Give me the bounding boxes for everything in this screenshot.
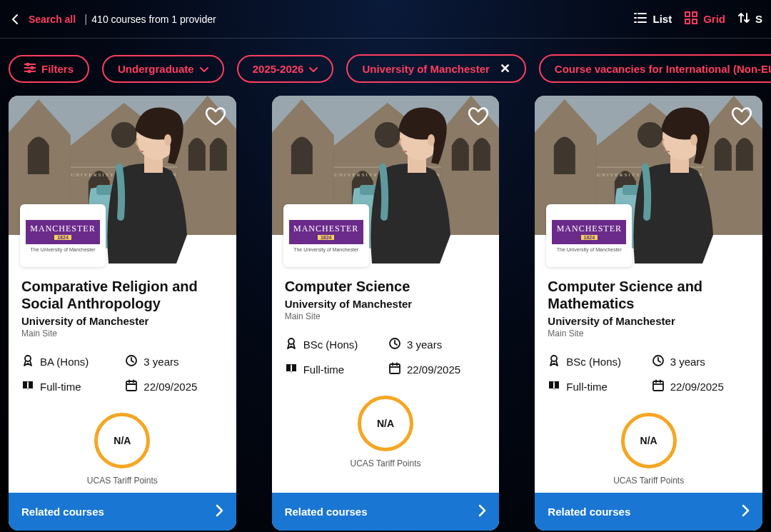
separator: | xyxy=(84,13,87,26)
course-site: Main Site xyxy=(285,311,487,321)
card-body: Comparative Religion and Social Anthropo… xyxy=(9,235,236,493)
grid-view-toggle[interactable]: Grid xyxy=(685,11,725,26)
course-site: Main Site xyxy=(21,328,223,338)
award-icon xyxy=(285,337,298,352)
filter-university[interactable]: University of Manchester ✕ xyxy=(346,54,525,83)
duration-meta: 3 years xyxy=(125,354,223,369)
filters-label: Filters xyxy=(41,63,74,75)
calendar-icon xyxy=(388,362,401,377)
course-title[interactable]: Computer Science xyxy=(285,278,487,295)
university-logo[interactable]: MANCHESTER 1824 The University of Manche… xyxy=(283,204,369,267)
ucas-points-circle: N/A xyxy=(621,413,677,468)
filter-level[interactable]: Undergraduate xyxy=(102,55,224,83)
svg-rect-7 xyxy=(692,12,697,16)
ucas-points-label: UCAS Tariff Points xyxy=(351,458,421,468)
card-hero-image: UNIVERSITY OF MANCHESTER MANCHESTER 1824 xyxy=(272,96,500,235)
svg-rect-54 xyxy=(390,364,400,373)
sort-icon xyxy=(738,12,750,26)
grid-view-label: Grid xyxy=(703,13,725,25)
logo-subtext: The University of Manchester xyxy=(557,247,622,252)
course-card[interactable]: UNIVERSITY OF MANCHESTER MANCHESTER 1824 xyxy=(535,96,762,531)
filter-vacancies[interactable]: Course vacancies for International (Non-… xyxy=(539,54,771,83)
ucas-points-label: UCAS Tariff Points xyxy=(87,476,158,486)
logo-subtext: The University of Manchester xyxy=(30,247,95,252)
course-title[interactable]: Computer Science and Mathematics xyxy=(548,278,750,312)
close-icon[interactable]: ✕ xyxy=(500,62,510,75)
chevron-down-icon xyxy=(309,63,318,75)
svg-point-73 xyxy=(551,356,557,361)
course-university: University of Manchester xyxy=(548,315,750,327)
chevron-down-icon xyxy=(200,63,208,75)
logo-text: MANCHESTER xyxy=(30,224,95,234)
svg-rect-9 xyxy=(692,19,697,24)
svg-rect-8 xyxy=(685,19,690,24)
related-courses-label: Related courses xyxy=(548,506,630,518)
search-all-link[interactable]: Search all xyxy=(29,14,76,25)
book-icon xyxy=(285,362,298,377)
course-university: University of Manchester xyxy=(21,315,223,327)
card-hero-image: UNIVERSITY OF MANCHESTER MANCHESTER 1824 xyxy=(9,96,236,235)
favorite-button[interactable] xyxy=(468,106,489,127)
filter-year-label: 2025-2026 xyxy=(253,63,304,75)
svg-point-13 xyxy=(31,66,34,69)
award-icon xyxy=(548,354,560,369)
award-meta: BSc (Hons) xyxy=(548,354,645,369)
svg-point-51 xyxy=(428,134,435,146)
list-icon xyxy=(634,12,647,26)
related-courses-label: Related courses xyxy=(285,506,368,518)
grid-icon xyxy=(685,11,697,26)
chevron-right-icon xyxy=(478,504,486,519)
award-meta: BA (Hons) xyxy=(21,354,119,369)
course-card[interactable]: UNIVERSITY OF MANCHESTER MANCHESTER 1824 xyxy=(272,96,500,531)
chevron-right-icon xyxy=(741,504,750,519)
list-view-label: List xyxy=(652,13,672,25)
related-courses-button[interactable]: Related courses xyxy=(272,493,500,531)
startdate-meta: 22/09/2025 xyxy=(125,379,223,394)
university-logo[interactable]: MANCHESTER 1824 The University of Manche… xyxy=(20,204,106,267)
ucas-points-circle: N/A xyxy=(358,396,413,451)
award-meta: BSc (Hons) xyxy=(285,337,383,352)
filters-icon xyxy=(24,63,36,75)
university-logo[interactable]: MANCHESTER 1824 The University of Manche… xyxy=(546,204,632,267)
clock-icon xyxy=(388,337,401,352)
book-icon xyxy=(21,379,34,394)
course-title[interactable]: Comparative Religion and Social Anthropo… xyxy=(21,278,223,312)
filters-row: Filters Undergraduate 2025-2026 Universi… xyxy=(0,39,771,96)
card-hero-image: UNIVERSITY OF MANCHESTER MANCHESTER 1824 xyxy=(535,96,762,235)
svg-point-15 xyxy=(29,70,31,72)
favorite-button[interactable] xyxy=(205,106,226,127)
filter-year[interactable]: 2025-2026 xyxy=(237,55,334,83)
list-view-toggle[interactable]: List xyxy=(634,12,672,26)
duration-meta: 3 years xyxy=(388,337,486,352)
calendar-icon xyxy=(125,379,138,394)
course-card[interactable]: UNIVERSITY OF MANCHESTER MANCHESTER 1824 xyxy=(9,96,236,531)
logo-subtext: The University of Manchester xyxy=(293,247,358,252)
topbar: Search all | 410 courses from 1 provider… xyxy=(0,0,771,39)
card-body: Computer Science and Mathematics Univers… xyxy=(535,235,762,493)
course-university: University of Manchester xyxy=(285,298,487,310)
chevron-right-icon xyxy=(215,504,223,519)
filter-university-label: University of Manchester xyxy=(362,63,489,75)
filter-level-label: Undergraduate xyxy=(118,63,194,75)
svg-rect-6 xyxy=(685,12,690,16)
logo-year: 1824 xyxy=(54,235,71,240)
duration-meta: 3 years xyxy=(652,354,750,369)
results-grid: UNIVERSITY OF MANCHESTER MANCHESTER 1824 xyxy=(0,96,771,531)
logo-year: 1824 xyxy=(581,235,598,240)
related-courses-button[interactable]: Related courses xyxy=(535,493,762,531)
favorite-button[interactable] xyxy=(731,106,752,127)
mode-meta: Full-time xyxy=(21,379,119,394)
mode-meta: Full-time xyxy=(285,362,383,377)
book-icon xyxy=(548,379,560,394)
ucas-points-label: UCAS Tariff Points xyxy=(613,476,684,486)
related-courses-label: Related courses xyxy=(21,506,104,518)
course-site: Main Site xyxy=(548,328,750,338)
related-courses-button[interactable]: Related courses xyxy=(9,493,236,531)
filter-vacancies-label: Course vacancies for International (Non-… xyxy=(555,63,771,75)
filters-button[interactable]: Filters xyxy=(9,55,89,83)
award-icon xyxy=(21,354,34,369)
back-button[interactable] xyxy=(9,13,21,26)
sort-label: S xyxy=(755,13,762,25)
sort-button[interactable]: S xyxy=(738,12,762,26)
svg-point-72 xyxy=(690,134,697,146)
